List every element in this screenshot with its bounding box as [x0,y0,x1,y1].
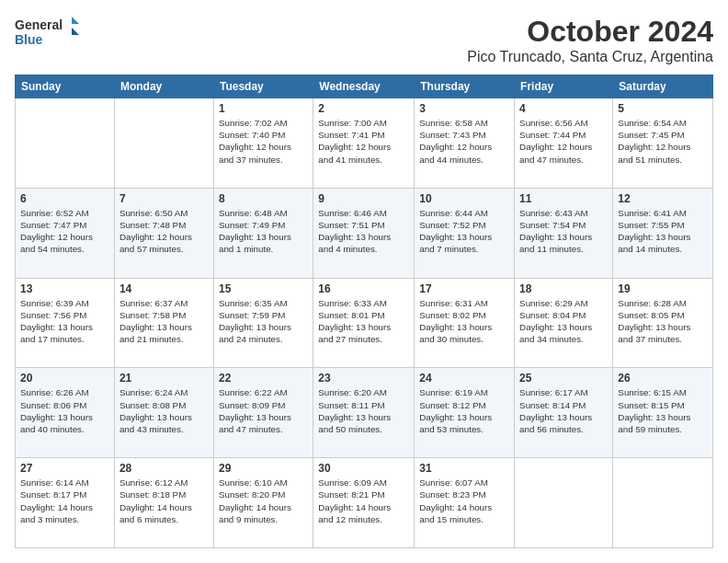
header: General Blue October 2024 Pico Truncado,… [15,15,713,65]
svg-marker-2 [72,17,79,24]
day-info: Sunrise: 6:41 AMSunset: 7:55 PMDaylight:… [618,207,708,256]
calendar-cell [16,98,115,189]
day-number: 2 [318,102,409,115]
day-number: 5 [618,102,708,115]
calendar-cell: 26Sunrise: 6:15 AMSunset: 8:15 PMDayligh… [613,368,713,458]
day-info: Sunrise: 6:29 AMSunset: 8:04 PMDaylight:… [519,297,608,346]
calendar-week-row: 20Sunrise: 6:26 AMSunset: 8:06 PMDayligh… [16,368,713,458]
calendar-cell: 5Sunrise: 6:54 AMSunset: 7:45 PMDaylight… [613,98,713,189]
day-number: 22 [219,372,308,385]
calendar-cell: 23Sunrise: 6:20 AMSunset: 8:11 PMDayligh… [313,368,415,458]
calendar-cell: 30Sunrise: 6:09 AMSunset: 8:21 PMDayligh… [313,458,415,548]
logo-svg: General Blue [15,15,79,48]
day-info: Sunrise: 6:07 AMSunset: 8:23 PMDaylight:… [419,477,509,525]
day-info: Sunrise: 6:44 AMSunset: 7:52 PMDaylight:… [419,207,509,256]
calendar-cell: 10Sunrise: 6:44 AMSunset: 7:52 PMDayligh… [415,188,515,278]
calendar-cell: 13Sunrise: 6:39 AMSunset: 7:56 PMDayligh… [16,278,115,368]
calendar-cell: 22Sunrise: 6:22 AMSunset: 8:09 PMDayligh… [213,368,313,458]
day-info: Sunrise: 6:19 AMSunset: 8:12 PMDaylight:… [419,386,509,435]
svg-text:General: General [15,17,63,32]
day-number: 26 [618,372,708,385]
calendar-cell: 14Sunrise: 6:37 AMSunset: 7:58 PMDayligh… [114,278,213,368]
calendar-cell: 21Sunrise: 6:24 AMSunset: 8:08 PMDayligh… [114,368,213,458]
calendar-cell: 11Sunrise: 6:43 AMSunset: 7:54 PMDayligh… [515,188,613,278]
day-info: Sunrise: 6:35 AMSunset: 7:59 PMDaylight:… [219,297,308,346]
title-block: October 2024 Pico Truncado, Santa Cruz, … [467,15,713,65]
day-info: Sunrise: 6:12 AMSunset: 8:18 PMDaylight:… [119,477,209,525]
calendar-cell: 2Sunrise: 7:00 AMSunset: 7:41 PMDaylight… [313,98,415,189]
day-info: Sunrise: 6:50 AMSunset: 7:48 PMDaylight:… [119,207,209,256]
day-number: 11 [519,192,608,205]
day-number: 13 [20,282,109,295]
col-monday: Monday [114,75,213,98]
day-info: Sunrise: 6:43 AMSunset: 7:54 PMDaylight:… [519,207,608,256]
day-info: Sunrise: 6:09 AMSunset: 8:21 PMDaylight:… [318,477,409,525]
day-number: 20 [20,372,109,385]
day-number: 27 [20,462,109,475]
day-number: 10 [419,192,509,205]
day-info: Sunrise: 6:46 AMSunset: 7:51 PMDaylight:… [318,207,409,256]
calendar-cell: 17Sunrise: 6:31 AMSunset: 8:02 PMDayligh… [415,278,515,368]
day-info: Sunrise: 6:10 AMSunset: 8:20 PMDaylight:… [219,477,308,525]
day-info: Sunrise: 6:15 AMSunset: 8:15 PMDaylight:… [618,386,708,435]
day-info: Sunrise: 6:14 AMSunset: 8:17 PMDaylight:… [20,477,109,525]
day-info: Sunrise: 6:37 AMSunset: 7:58 PMDaylight:… [119,297,209,346]
calendar-cell: 29Sunrise: 6:10 AMSunset: 8:20 PMDayligh… [213,458,313,548]
day-number: 19 [618,282,708,295]
day-info: Sunrise: 6:17 AMSunset: 8:14 PMDaylight:… [519,386,608,435]
calendar-table: Sunday Monday Tuesday Wednesday Thursday… [15,75,713,548]
day-number: 29 [219,462,308,475]
day-number: 21 [119,372,209,385]
day-number: 6 [20,192,109,205]
day-info: Sunrise: 7:02 AMSunset: 7:40 PMDaylight:… [219,117,308,166]
day-number: 18 [519,282,608,295]
calendar-cell: 18Sunrise: 6:29 AMSunset: 8:04 PMDayligh… [515,278,613,368]
calendar-week-row: 6Sunrise: 6:52 AMSunset: 7:47 PMDaylight… [16,188,713,278]
day-info: Sunrise: 6:48 AMSunset: 7:49 PMDaylight:… [219,207,308,256]
calendar-cell: 25Sunrise: 6:17 AMSunset: 8:14 PMDayligh… [515,368,613,458]
day-info: Sunrise: 6:39 AMSunset: 7:56 PMDaylight:… [20,297,109,346]
day-info: Sunrise: 6:52 AMSunset: 7:47 PMDaylight:… [20,207,109,256]
calendar-cell: 6Sunrise: 6:52 AMSunset: 7:47 PMDaylight… [16,188,115,278]
main-title: October 2024 [467,15,713,49]
calendar-cell: 31Sunrise: 6:07 AMSunset: 8:23 PMDayligh… [415,458,515,548]
day-info: Sunrise: 6:28 AMSunset: 8:05 PMDaylight:… [618,297,708,346]
calendar-cell: 12Sunrise: 6:41 AMSunset: 7:55 PMDayligh… [613,188,713,278]
day-number: 9 [318,192,409,205]
day-info: Sunrise: 7:00 AMSunset: 7:41 PMDaylight:… [318,117,409,166]
day-number: 14 [119,282,209,295]
calendar-cell: 19Sunrise: 6:28 AMSunset: 8:05 PMDayligh… [613,278,713,368]
calendar-cell: 9Sunrise: 6:46 AMSunset: 7:51 PMDaylight… [313,188,415,278]
logo: General Blue [15,15,79,48]
calendar-cell: 24Sunrise: 6:19 AMSunset: 8:12 PMDayligh… [415,368,515,458]
calendar-cell [613,458,713,548]
day-number: 8 [219,192,308,205]
calendar-cell: 1Sunrise: 7:02 AMSunset: 7:40 PMDaylight… [213,98,313,189]
svg-text:Blue: Blue [15,32,43,47]
calendar-cell: 16Sunrise: 6:33 AMSunset: 8:01 PMDayligh… [313,278,415,368]
col-thursday: Thursday [415,75,515,98]
calendar-cell: 4Sunrise: 6:56 AMSunset: 7:44 PMDaylight… [515,98,613,189]
calendar-week-row: 13Sunrise: 6:39 AMSunset: 7:56 PMDayligh… [16,278,713,368]
day-number: 3 [419,102,509,115]
day-info: Sunrise: 6:33 AMSunset: 8:01 PMDaylight:… [318,297,409,346]
day-number: 15 [219,282,308,295]
calendar-cell [114,98,213,189]
day-info: Sunrise: 6:31 AMSunset: 8:02 PMDaylight:… [419,297,509,346]
calendar-cell: 20Sunrise: 6:26 AMSunset: 8:06 PMDayligh… [16,368,115,458]
day-info: Sunrise: 6:20 AMSunset: 8:11 PMDaylight:… [318,386,409,435]
day-info: Sunrise: 6:54 AMSunset: 7:45 PMDaylight:… [618,117,708,166]
calendar-header-row: Sunday Monday Tuesday Wednesday Thursday… [16,75,713,98]
day-info: Sunrise: 6:26 AMSunset: 8:06 PMDaylight:… [20,386,109,435]
calendar-cell: 15Sunrise: 6:35 AMSunset: 7:59 PMDayligh… [213,278,313,368]
day-info: Sunrise: 6:58 AMSunset: 7:43 PMDaylight:… [419,117,509,166]
calendar-cell: 7Sunrise: 6:50 AMSunset: 7:48 PMDaylight… [114,188,213,278]
calendar-cell: 27Sunrise: 6:14 AMSunset: 8:17 PMDayligh… [16,458,115,548]
day-info: Sunrise: 6:22 AMSunset: 8:09 PMDaylight:… [219,386,308,435]
day-number: 1 [219,102,308,115]
day-number: 30 [318,462,409,475]
day-info: Sunrise: 6:24 AMSunset: 8:08 PMDaylight:… [119,386,209,435]
calendar-cell: 8Sunrise: 6:48 AMSunset: 7:49 PMDaylight… [213,188,313,278]
col-friday: Friday [515,75,613,98]
day-number: 4 [519,102,608,115]
